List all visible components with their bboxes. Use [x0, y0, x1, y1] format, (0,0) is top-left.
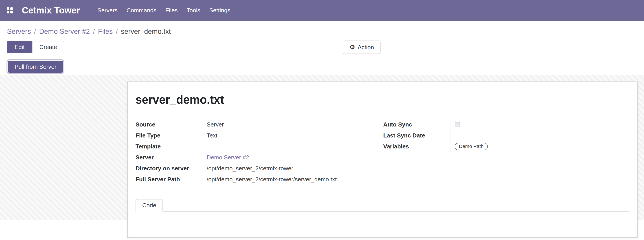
screen: Cetmix Tower Servers Commands Files Tool…: [0, 0, 644, 240]
breadcrumb: Servers / Demo Server #2 / Files / serve…: [7, 27, 637, 36]
action-button-label: Action: [358, 44, 374, 51]
field-row-file-type: File Type Text: [136, 130, 383, 141]
form-sheet: server_demo.txt Source Server File Type …: [127, 82, 638, 238]
field-label-template: Template: [136, 143, 207, 150]
code-tab-content: [136, 212, 630, 237]
variable-tag-demo-path: Demo Path: [454, 143, 488, 150]
buttons-row: Edit Create ⚙ Action: [7, 41, 637, 53]
field-label-last-sync-date: Last Sync Date: [383, 132, 450, 139]
apps-icon-square: [7, 7, 9, 10]
create-button[interactable]: Create: [32, 41, 64, 53]
nav-item-files[interactable]: Files: [166, 7, 178, 14]
breadcrumb-current: server_demo.txt: [121, 27, 171, 36]
breadcrumb-separator: /: [34, 27, 36, 36]
nav-item-settings[interactable]: Settings: [209, 7, 230, 14]
field-value-directory: /opt/demo_server_2/cetmix-tower: [207, 165, 293, 172]
field-row-source: Source Server: [136, 119, 383, 130]
form-column-right: Auto Sync Last Sync Date Variables: [383, 119, 630, 152]
main-menu: Servers Commands Files Tools Settings: [98, 7, 230, 14]
field-value-server-link[interactable]: Demo Server #2: [207, 154, 249, 161]
notebook-tabs: Code: [136, 199, 630, 212]
field-row-full-path: Full Server Path /opt/demo_server_2/cetm…: [136, 174, 383, 185]
breadcrumb-item-files[interactable]: Files: [98, 27, 113, 36]
breadcrumb-separator: /: [93, 27, 95, 36]
action-button[interactable]: ⚙ Action: [343, 40, 380, 54]
field-label-auto-sync: Auto Sync: [383, 121, 450, 128]
control-panel: Servers / Demo Server #2 / Files / serve…: [0, 21, 644, 75]
field-value-source: Server: [207, 121, 224, 128]
edit-button[interactable]: Edit: [7, 41, 32, 53]
record-title: server_demo.txt: [136, 93, 630, 107]
field-label-variables: Variables: [383, 143, 450, 150]
field-value-full-path: /opt/demo_server_2/cetmix-tower/server_d…: [207, 176, 336, 183]
apps-icon-square: [7, 11, 9, 13]
form-fields: Source Server File Type Text Template Se…: [136, 119, 630, 185]
apps-icon-square: [10, 11, 13, 13]
field-widget-variables: Demo Path: [450, 141, 500, 152]
pull-row: Pull from Server: [7, 60, 637, 73]
field-row-directory: Directory on server /opt/demo_server_2/c…: [136, 163, 383, 174]
field-label-directory: Directory on server: [136, 165, 207, 172]
form-column-left: Source Server File Type Text Template Se…: [136, 119, 383, 185]
field-label-server: Server: [136, 154, 207, 161]
field-label-file-type: File Type: [136, 132, 207, 139]
content-background: server_demo.txt Source Server File Type …: [0, 75, 644, 220]
field-row-auto-sync: Auto Sync: [383, 119, 630, 130]
gear-icon: ⚙: [350, 44, 355, 50]
breadcrumb-item-demo-server[interactable]: Demo Server #2: [39, 27, 90, 36]
field-value-file-type: Text: [207, 132, 218, 139]
breadcrumb-separator: /: [116, 27, 118, 36]
nav-item-tools[interactable]: Tools: [187, 7, 200, 14]
apps-menu-icon[interactable]: [7, 7, 13, 13]
top-navbar: Cetmix Tower Servers Commands Files Tool…: [0, 0, 644, 21]
apps-icon-square: [10, 7, 13, 10]
nav-item-commands[interactable]: Commands: [126, 7, 156, 14]
nav-item-servers[interactable]: Servers: [98, 7, 118, 14]
field-row-variables: Variables Demo Path: [383, 141, 630, 152]
field-row-template: Template: [136, 141, 383, 152]
auto-sync-checkbox[interactable]: [454, 122, 460, 127]
field-row-server: Server Demo Server #2: [136, 152, 383, 163]
app-brand[interactable]: Cetmix Tower: [22, 5, 80, 15]
tab-code[interactable]: Code: [136, 199, 163, 212]
field-widget-auto-sync: [450, 119, 500, 130]
pull-from-server-button[interactable]: Pull from Server: [8, 61, 63, 73]
field-widget-last-sync-date: [450, 130, 500, 141]
field-row-last-sync-date: Last Sync Date: [383, 130, 630, 141]
field-label-source: Source: [136, 121, 207, 128]
field-label-full-path: Full Server Path: [136, 176, 207, 183]
breadcrumb-item-servers[interactable]: Servers: [7, 27, 31, 36]
